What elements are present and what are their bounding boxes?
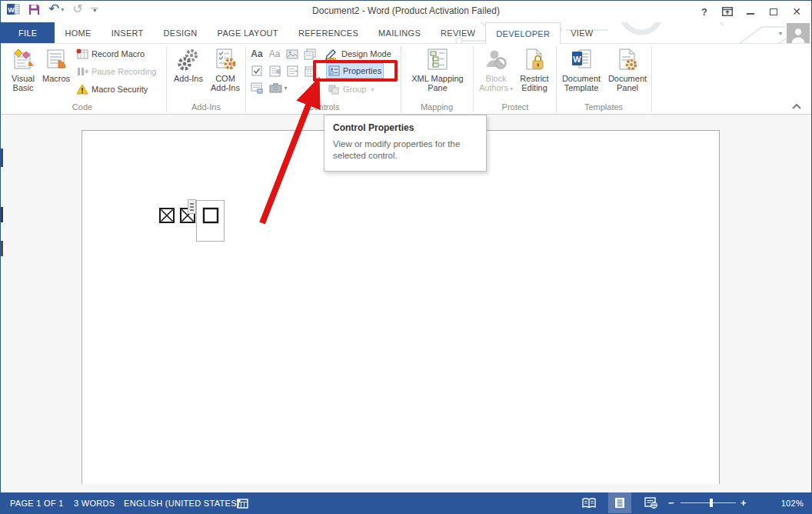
tooltip-title: Control Properties — [333, 122, 478, 133]
pause-recording-label: Pause Recording — [92, 67, 156, 76]
tab-file[interactable]: FILE — [1, 22, 55, 43]
xml-mapping-pane-button[interactable]: XML Mapping Pane — [407, 46, 468, 98]
group-label-code: Code — [5, 102, 159, 112]
minimize-icon[interactable] — [739, 2, 762, 21]
xml-mapping-pane-icon — [426, 46, 449, 72]
combo-box-control-icon — [269, 65, 281, 77]
restrict-editing-button[interactable]: Restrict Editing — [514, 46, 554, 98]
print-layout-icon[interactable] — [608, 492, 631, 513]
com-add-ins-icon — [214, 46, 237, 72]
zoom-in-button[interactable]: + — [740, 492, 747, 513]
tab-view[interactable]: VIEW — [561, 22, 603, 43]
building-block-control-icon — [304, 48, 316, 60]
visual-basic-label-1: Visual — [12, 74, 35, 83]
group-label-controls: Controls — [248, 102, 399, 112]
picture-control-icon — [286, 49, 298, 59]
date-picker-control-button[interactable] — [301, 64, 318, 78]
add-ins-label: Add-Ins — [174, 74, 203, 83]
pause-recording-button: Pause Recording — [75, 65, 158, 78]
save-icon[interactable] — [28, 4, 40, 15]
group-label-add-ins: Add-Ins — [168, 102, 244, 112]
xml-mapping-label-1: XML Mapping — [411, 74, 463, 83]
maximize-icon[interactable] — [762, 2, 785, 21]
design-mode-button[interactable]: Design Mode — [324, 47, 393, 61]
macro-security-button[interactable]: Macro Security — [75, 82, 149, 96]
block-authors-label-2: Authors — [479, 83, 508, 92]
block-authors-icon — [484, 46, 508, 72]
screen-edge-artifact — [1, 241, 3, 256]
legacy-tools-icon — [269, 82, 282, 93]
legacy-tools-caret-icon: ▾ — [284, 85, 287, 92]
undo-caret-icon[interactable]: ▾ — [61, 6, 64, 13]
zoom-level[interactable]: 102% — [768, 492, 804, 513]
visual-basic-button[interactable]: Visual Basic — [5, 46, 41, 98]
add-ins-button[interactable]: Add-Ins — [171, 46, 206, 98]
undo-icon[interactable]: ↶▾ — [48, 4, 64, 15]
document-template-button[interactable]: W Document Template — [559, 46, 604, 98]
tab-references[interactable]: REFERENCES — [288, 22, 368, 43]
dropdown-list-control-button[interactable] — [284, 64, 301, 78]
block-authors-caret-icon: ▾ — [510, 85, 513, 92]
com-add-ins-button[interactable]: COM Add-Ins — [206, 46, 245, 98]
building-block-control-button[interactable] — [301, 47, 318, 61]
document-page[interactable] — [82, 130, 720, 484]
zoom-slider-track[interactable] — [681, 502, 736, 503]
title-bar: W ↶▾ ↺ —▾ Document2 - Word (Product Acti… — [1, 1, 811, 22]
rich-text-control-button[interactable]: Aa — [248, 47, 265, 61]
rich-text-control-icon: Aa — [251, 48, 262, 59]
legacy-tools-button[interactable]: ▾ — [266, 81, 291, 95]
visual-basic-label-2: Basic — [13, 83, 34, 92]
macro-status-icon[interactable] — [236, 492, 248, 513]
macros-icon — [45, 46, 67, 72]
checkbox-content-control-empty-selected[interactable] — [202, 207, 219, 224]
tab-review[interactable]: REVIEW — [431, 22, 485, 43]
page-indicator[interactable]: PAGE 1 OF 1 — [10, 492, 64, 513]
svg-text:W: W — [8, 6, 15, 14]
checkbox-content-control-checked[interactable] — [158, 207, 175, 224]
word-count[interactable]: 3 WORDS — [74, 492, 115, 513]
read-mode-icon[interactable] — [577, 492, 601, 513]
repeating-section-control-button[interactable] — [248, 81, 265, 95]
tab-design[interactable]: DESIGN — [154, 22, 208, 43]
document-panel-button[interactable]: Document Panel — [607, 46, 648, 98]
tab-page-layout[interactable]: PAGE LAYOUT — [208, 22, 288, 43]
com-add-ins-label-2: Add-Ins — [211, 83, 240, 92]
checkbox-control-button[interactable] — [248, 64, 265, 78]
window-title: Document2 - Word (Product Activation Fai… — [312, 5, 500, 16]
group-caret-icon: ▾ — [371, 86, 374, 93]
screen-edge-artifact — [1, 149, 3, 167]
zoom-out-button[interactable]: − — [668, 492, 674, 513]
record-macro-button[interactable]: Record Macro — [75, 47, 146, 61]
quick-access-toolbar: W ↶▾ ↺ —▾ — [7, 3, 98, 15]
language-indicator[interactable]: ENGLISH (UNITED STATES) — [124, 492, 240, 513]
tab-mailings[interactable]: MAILINGS — [368, 22, 431, 43]
macros-button[interactable]: Macros — [41, 46, 72, 98]
properties-label: Properties — [343, 66, 381, 75]
document-panel-icon — [617, 46, 638, 72]
date-picker-control-icon — [304, 65, 316, 77]
user-avatar-icon[interactable] — [787, 23, 810, 43]
picture-control-button[interactable] — [284, 47, 301, 61]
plain-text-control-icon: Aa — [269, 48, 281, 59]
close-icon[interactable]: ✕ — [785, 2, 808, 21]
tab-insert[interactable]: INSERT — [102, 22, 154, 43]
ribbon-display-options-icon[interactable] — [716, 2, 739, 21]
design-mode-icon — [325, 48, 338, 60]
account-caret-icon[interactable]: ▾ — [779, 30, 782, 37]
properties-button[interactable]: Properties — [326, 63, 384, 78]
tab-developer[interactable]: DEVELOPER — [485, 22, 561, 44]
group-label: Group — [343, 85, 367, 94]
combo-box-control-button[interactable] — [266, 64, 283, 78]
checkbox-control-icon — [251, 65, 262, 76]
zoom-slider-thumb[interactable] — [710, 499, 713, 507]
web-layout-icon[interactable] — [639, 492, 662, 513]
status-bar: PAGE 1 OF 1 3 WORDS ENGLISH (UNITED STAT… — [1, 492, 811, 513]
collapse-ribbon-chevron-icon[interactable] — [791, 103, 802, 110]
tab-home[interactable]: HOME — [55, 22, 101, 43]
content-control-handle[interactable] — [188, 199, 196, 214]
customize-qat-icon[interactable]: —▾ — [92, 6, 98, 12]
word-app-icon: W — [7, 3, 20, 15]
help-icon[interactable]: ? — [693, 2, 716, 21]
plain-text-control-button[interactable]: Aa — [266, 47, 283, 61]
visual-basic-icon — [12, 46, 35, 72]
